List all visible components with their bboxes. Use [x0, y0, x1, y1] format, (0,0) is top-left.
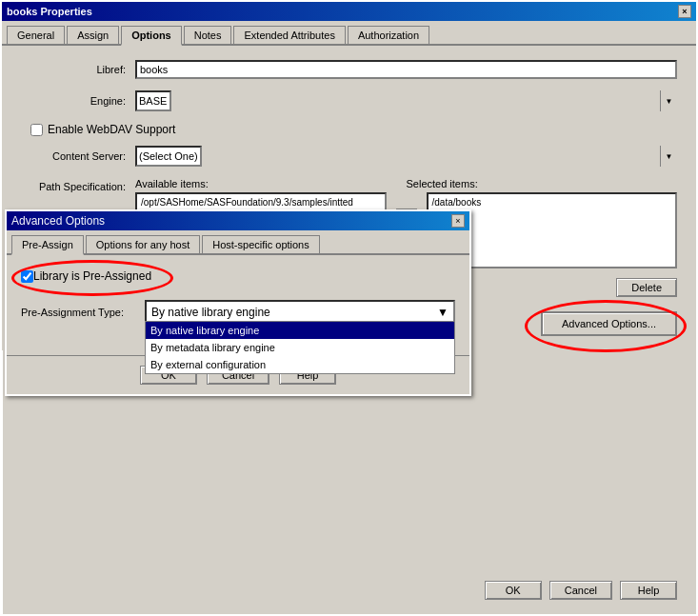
webdav-checkbox[interactable]: [30, 124, 43, 136]
adv-tab-pre-assign[interactable]: Pre-Assign: [11, 235, 84, 255]
libref-row: Libref:: [21, 60, 677, 79]
path-headers: Available items: Selected items:: [135, 178, 677, 189]
tab-notes[interactable]: Notes: [184, 26, 232, 44]
dropdown-item-2[interactable]: By external configuration: [146, 356, 454, 373]
dropdown-shown: By native library engine ▼ By native lib…: [145, 300, 455, 325]
advanced-title-bar: Advanced Options ×: [7, 211, 469, 230]
tab-authorization[interactable]: Authorization: [348, 26, 429, 44]
content-server-select[interactable]: (Select One): [135, 146, 202, 167]
advanced-dialog-title: Advanced Options: [11, 214, 105, 228]
advanced-dialog: Advanced Options × Pre-Assign Options fo…: [5, 209, 471, 396]
dropdown-selected-value[interactable]: By native library engine ▼: [147, 302, 453, 323]
engine-row: Engine: BASE ▼: [21, 90, 677, 111]
engine-dropdown-arrow: ▼: [660, 90, 677, 111]
advanced-btn-container: Advanced Options...: [541, 311, 677, 336]
main-dialog-title: books Properties: [7, 6, 92, 17]
libref-input[interactable]: [135, 60, 677, 79]
pre-assigned-label: Library is Pre-Assigned: [33, 269, 151, 283]
webdav-label: Enable WebDAV Support: [48, 123, 175, 136]
content-server-arrow: ▼: [660, 146, 677, 167]
checkbox-circle: Library is Pre-Assigned: [21, 269, 151, 283]
pre-assign-type-label: Pre-Assignment Type:: [21, 307, 145, 318]
tab-extended-attributes[interactable]: Extended Attributes: [233, 26, 345, 44]
tab-assign[interactable]: Assign: [67, 26, 119, 44]
main-bottom-buttons: OK Cancel Help: [485, 581, 677, 600]
pre-assign-type-row: Pre-Assignment Type: By native library e…: [21, 300, 455, 325]
dropdown-item-0[interactable]: By native library engine: [146, 322, 454, 339]
content-server-label: Content Server:: [21, 150, 135, 162]
advanced-options-button[interactable]: Advanced Options...: [541, 311, 677, 336]
main-cancel-button[interactable]: Cancel: [549, 581, 612, 600]
engine-label: Engine:: [21, 95, 135, 107]
webdav-row: Enable WebDAV Support: [21, 123, 677, 136]
advanced-content: Library is Pre-Assigned Pre-Assignment T…: [7, 255, 469, 350]
engine-select-wrapper: BASE ▼: [135, 90, 677, 111]
pre-assigned-checkbox[interactable]: [21, 270, 33, 283]
dropdown-selected-text: By native library engine: [151, 306, 270, 319]
advanced-close-button[interactable]: ×: [451, 214, 465, 228]
content-server-row: Content Server: (Select One) ▼: [21, 146, 677, 167]
selected-list-item: /data/books: [430, 196, 674, 209]
main-ok-button[interactable]: OK: [485, 581, 542, 600]
adv-tab-host-specific[interactable]: Host-specific options: [202, 235, 320, 253]
dropdown-list: By native library engine By metadata lib…: [145, 321, 455, 374]
selected-header: Selected items:: [407, 178, 678, 189]
content-server-wrapper: (Select One) ▼: [135, 146, 677, 167]
main-help-button[interactable]: Help: [620, 581, 677, 600]
dropdown-arrow-icon: ▼: [437, 306, 449, 319]
available-header: Available items:: [135, 178, 407, 189]
libref-label: Libref:: [21, 64, 135, 75]
main-close-button[interactable]: ×: [678, 5, 691, 18]
available-list-item: /opt/SASHome/SASFoundation/9.3/samples/i…: [139, 196, 383, 209]
main-tabs: General Assign Options Notes Extended At…: [2, 21, 696, 46]
pre-assign-dropdown: By native library engine ▼ By native lib…: [145, 300, 455, 325]
engine-select[interactable]: BASE: [135, 90, 171, 111]
tab-general[interactable]: General: [7, 26, 65, 44]
advanced-tabs: Pre-Assign Options for any host Host-spe…: [7, 230, 469, 255]
pre-assigned-section: Library is Pre-Assigned: [21, 269, 455, 286]
dropdown-item-1[interactable]: By metadata library engine: [146, 339, 454, 356]
tab-options[interactable]: Options: [121, 26, 182, 46]
adv-tab-options-any-host[interactable]: Options for any host: [86, 235, 200, 253]
main-title-bar: books Properties ×: [2, 2, 696, 21]
delete-button[interactable]: Delete: [616, 278, 677, 297]
